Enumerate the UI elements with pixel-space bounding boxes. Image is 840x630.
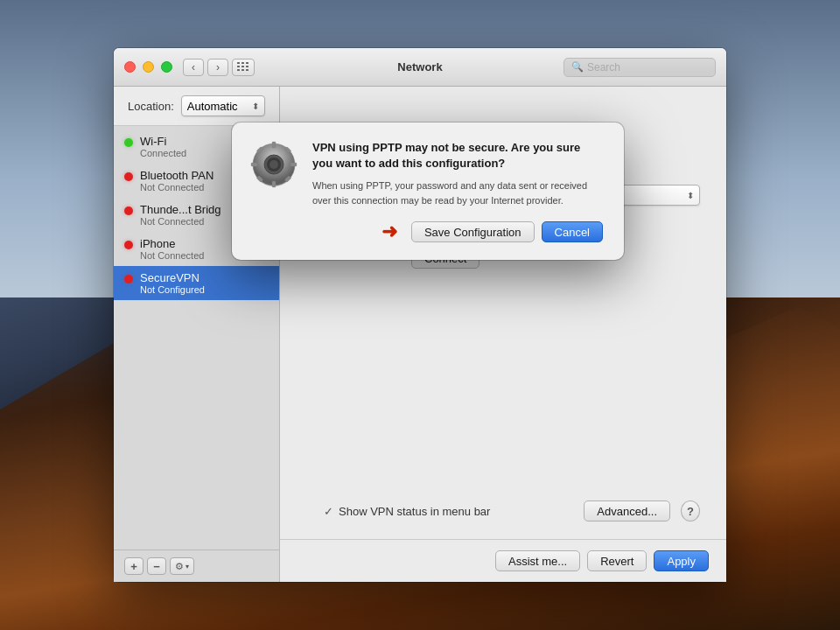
system-preferences-icon bbox=[249, 140, 298, 189]
svg-rect-3 bbox=[272, 181, 276, 187]
dialog-overlay: VPN using PPTP may not be secure. Are yo… bbox=[0, 0, 840, 630]
svg-rect-5 bbox=[290, 163, 297, 166]
arrow-indicator: ➜ bbox=[382, 220, 397, 243]
save-configuration-button[interactable]: Save Configuration bbox=[411, 221, 535, 242]
dialog-title: VPN using PPTP may not be secure. Are yo… bbox=[312, 140, 603, 172]
dialog-buttons: ➜ Save Configuration Cancel bbox=[312, 221, 603, 242]
save-btn-container: ➜ Save Configuration bbox=[411, 221, 535, 242]
dialog-body: When using PPTP, your password and any d… bbox=[312, 178, 603, 207]
svg-point-12 bbox=[270, 160, 278, 169]
dialog-text-area: VPN using PPTP may not be secure. Are yo… bbox=[312, 140, 603, 242]
vpn-warning-dialog: VPN using PPTP may not be secure. Are yo… bbox=[232, 122, 624, 260]
svg-rect-2 bbox=[272, 142, 276, 148]
dialog-content: VPN using PPTP may not be secure. Are yo… bbox=[249, 140, 603, 242]
dialog-icon-area bbox=[249, 140, 298, 242]
cancel-button[interactable]: Cancel bbox=[542, 221, 603, 242]
svg-rect-4 bbox=[251, 163, 257, 166]
